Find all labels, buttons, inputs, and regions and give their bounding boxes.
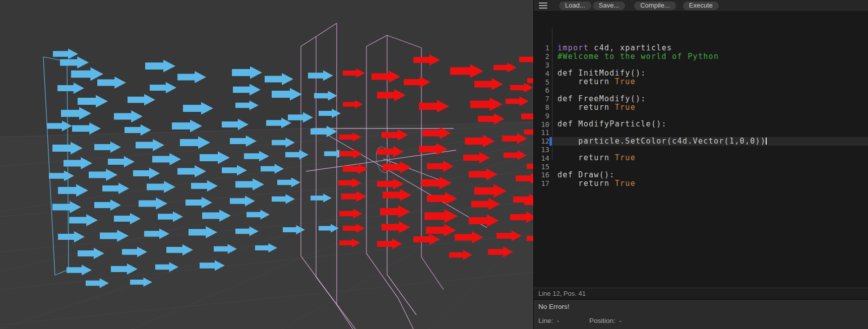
- code-line[interactable]: 5 return True: [534, 78, 868, 86]
- code-line[interactable]: 15: [534, 162, 868, 171]
- code-line[interactable]: 2#Welcome to the world of Python: [534, 52, 868, 61]
- particle-arrow-blue: [145, 59, 175, 72]
- code-text: [552, 128, 868, 137]
- code-text: [552, 86, 868, 95]
- code-text: import c4d, xparticles: [552, 44, 868, 52]
- particle-arrow-red: [493, 62, 517, 72]
- modifier-plane-edge: [301, 23, 337, 46]
- line-number: 8: [534, 103, 549, 111]
- modifier-plane-edge: [387, 35, 421, 48]
- code-text: particle.SetColor(c4d.Vector(1,0,0)): [552, 137, 868, 146]
- particle-arrow-blue: [172, 119, 202, 132]
- menu-icon[interactable]: [539, 3, 547, 9]
- line-number: 17: [534, 179, 549, 187]
- execute-button[interactable]: Execute: [683, 2, 719, 10]
- code-line[interactable]: 13: [534, 146, 868, 154]
- code-line[interactable]: 17 return True: [534, 179, 868, 188]
- particle-arrow-red: [521, 111, 533, 122]
- line-number: 9: [534, 112, 549, 120]
- cursor-status-bar: Line 12, Pos. 41: [534, 288, 868, 298]
- particle-arrow-blue: [314, 91, 337, 100]
- line-number: 7: [534, 95, 549, 103]
- line-number: 3: [534, 61, 549, 69]
- particle-arrow-red: [527, 76, 533, 85]
- code-line[interactable]: 7def FreeModify():: [534, 95, 868, 103]
- particle-arrow-blue: [57, 83, 84, 94]
- cursor-position-text: Line 12, Pos. 41: [538, 290, 586, 297]
- particle-arrow-red: [377, 89, 406, 101]
- particle-arrow-red: [419, 100, 449, 112]
- line-number: 15: [534, 163, 549, 171]
- particle-arrow-red: [519, 54, 533, 64]
- code-text: #Welcome to the world of Python: [552, 52, 868, 61]
- code-line[interactable]: 8 return True: [534, 103, 868, 112]
- particle-arrow-blue: [177, 71, 206, 83]
- particle-arrow-blue: [114, 110, 143, 122]
- line-number: 14: [534, 154, 549, 162]
- compile-result-text: No Errors!: [538, 303, 570, 310]
- particle-arrow-blue: [60, 56, 89, 69]
- code-line[interactable]: 9: [534, 111, 868, 120]
- particle-arrow-blue: [308, 71, 333, 81]
- error-position-info: Position: -: [589, 317, 622, 324]
- particle-arrow-blue: [288, 112, 313, 123]
- viewport-canvas[interactable]: [0, 0, 533, 329]
- particle-arrow-red: [343, 100, 363, 109]
- particle-arrow-red: [470, 98, 503, 111]
- particle-arrow-blue: [233, 84, 261, 95]
- code-line[interactable]: 11: [534, 128, 868, 137]
- particle-arrow-blue: [53, 49, 78, 59]
- compile-button[interactable]: Compile...: [634, 2, 676, 10]
- particle-arrow-blue: [183, 102, 213, 114]
- particle-arrow-blue: [272, 88, 302, 100]
- viewport-3d[interactable]: [0, 0, 533, 329]
- line-number: 5: [534, 78, 549, 86]
- code-text: [552, 61, 868, 70]
- particle-arrow-blue: [150, 82, 176, 93]
- editor-toolbar: Load...Save...Compile...Execute: [534, 0, 868, 12]
- python-editor-panel: Load...Save...Compile...Execute 1import …: [533, 0, 868, 329]
- line-number: 12: [534, 137, 549, 145]
- ground-plane: [0, 122, 533, 329]
- particle-arrow-blue: [72, 122, 101, 135]
- code-line[interactable]: 6: [534, 86, 868, 95]
- particle-arrow-red: [404, 77, 430, 88]
- code-text: def InitModify():: [552, 69, 868, 78]
- code-line[interactable]: 3: [534, 61, 868, 70]
- modifier-plane-edge: [366, 35, 387, 46]
- line-number: 6: [534, 86, 549, 94]
- particle-arrow-red: [371, 71, 400, 83]
- particle-arrow-red: [343, 69, 365, 78]
- code-line[interactable]: 14 return True: [534, 154, 868, 162]
- code-line[interactable]: 12 particle.SetColor(c4d.Vector(1,0,0)): [534, 137, 868, 146]
- line-number: 4: [534, 70, 549, 78]
- code-text: return True: [552, 103, 868, 112]
- line-number: 13: [534, 146, 549, 154]
- particle-arrow-blue: [97, 77, 126, 89]
- line-number: 10: [534, 120, 549, 128]
- compiler-footer: No Errors! Line: - Position: -: [534, 299, 868, 329]
- code-line[interactable]: 16def Draw():: [534, 171, 868, 179]
- save-button[interactable]: Save...: [593, 2, 625, 10]
- particle-arrow-blue: [128, 94, 155, 105]
- code-text: [552, 146, 868, 154]
- particle-arrow-blue: [71, 68, 103, 81]
- code-text: return True: [552, 78, 868, 86]
- code-line[interactable]: 4def InitModify():: [534, 69, 868, 78]
- line-number: 11: [534, 128, 549, 137]
- code-text: [552, 162, 868, 171]
- code-text: def ModifyParticle():: [552, 120, 868, 128]
- code-text: [552, 111, 868, 120]
- code-text: def Draw():: [552, 171, 868, 179]
- line-number: 2: [534, 52, 549, 60]
- code-line[interactable]: 1import c4d, xparticles: [534, 44, 868, 52]
- code-editor[interactable]: 1import c4d, xparticles2#Welcome to the …: [534, 11, 868, 288]
- code-line[interactable]: 10def ModifyParticle():: [534, 120, 868, 128]
- particle-arrow-blue: [266, 118, 291, 128]
- load-button[interactable]: Load...: [559, 2, 591, 10]
- particle-arrow-blue: [319, 109, 341, 118]
- particle-arrow-red: [510, 83, 533, 92]
- particle-arrow-blue: [61, 107, 91, 119]
- particle-arrow-red: [413, 54, 440, 65]
- particle-arrow-blue: [47, 121, 72, 131]
